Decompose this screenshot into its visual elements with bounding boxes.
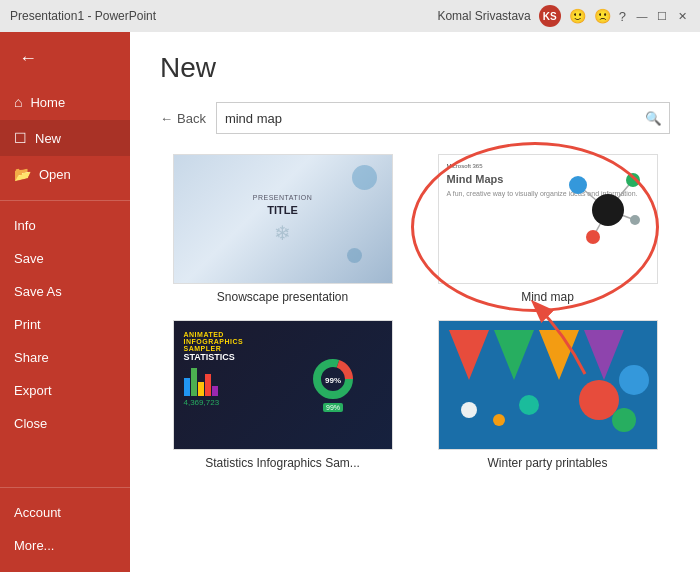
stats-right: 99% 99%	[285, 331, 382, 439]
bar3	[198, 382, 204, 396]
sidebar-item-more[interactable]: More...	[0, 529, 130, 562]
sidebar-divider	[0, 200, 130, 201]
title-bar-right: Komal Srivastava KS 🙂 🙁 ? — ☐ ✕	[437, 5, 690, 27]
search-button[interactable]: 🔍	[637, 103, 669, 133]
svg-point-22	[493, 414, 505, 426]
svg-point-6	[626, 173, 640, 187]
sidebar-item-share[interactable]: Share	[0, 341, 130, 374]
stats-small-title: ANIMATED	[184, 331, 281, 338]
stats-percent-badge: 99%	[323, 403, 343, 412]
search-input[interactable]	[217, 111, 637, 126]
minimize-button[interactable]: —	[634, 8, 650, 24]
template-thumb-snowscape: PRESENTATION TITLE ❄	[173, 154, 393, 284]
search-bar: ← Back 🔍	[160, 102, 670, 134]
maximize-button[interactable]: ☐	[654, 8, 670, 24]
template-thumb-mindmap: Microsoft 365 Mind Maps A fun, creative …	[438, 154, 658, 284]
sidebar-item-export[interactable]: Export	[0, 374, 130, 407]
bar1	[184, 378, 190, 396]
svg-point-8	[586, 230, 600, 244]
stats-main-title: STATISTICS	[184, 352, 281, 362]
search-input-wrap: 🔍	[216, 102, 670, 134]
stats-content: ANIMATED INFOGRAPHICS SAMPLER STATISTICS	[180, 327, 386, 443]
svg-point-5	[569, 176, 587, 194]
templates-grid: PRESENTATION TITLE ❄ Snowscape presentat…	[160, 154, 670, 470]
back-arrow-search-icon: ←	[160, 111, 173, 126]
sidebar-open-label: Open	[39, 167, 71, 182]
new-icon: ☐	[14, 130, 27, 146]
stats-left: ANIMATED INFOGRAPHICS SAMPLER STATISTICS	[184, 331, 281, 439]
template-label-statistics: Statistics Infographics Sam...	[205, 456, 360, 470]
bar5	[212, 386, 218, 396]
sidebar-item-account[interactable]: Account	[0, 496, 130, 529]
emoji-sad-icon[interactable]: 🙁	[594, 8, 611, 24]
snowscape-circle2	[347, 248, 362, 263]
svg-point-23	[519, 395, 539, 415]
mindmap-svg	[563, 165, 653, 255]
template-winter[interactable]: Winter party printables	[425, 320, 670, 470]
template-snowscape[interactable]: PRESENTATION TITLE ❄ Snowscape presentat…	[160, 154, 405, 304]
template-mindmap[interactable]: Microsoft 365 Mind Maps A fun, creative …	[425, 154, 670, 304]
sidebar-new-label: New	[35, 131, 61, 146]
window-controls: — ☐ ✕	[634, 8, 690, 24]
sidebar-home-label: Home	[30, 95, 65, 110]
template-thumb-winter	[438, 320, 658, 450]
snowscape-title-text: TITLE	[253, 204, 312, 216]
open-icon: 📂	[14, 166, 31, 182]
back-arrow-icon: ←	[19, 48, 37, 69]
sidebar-item-save-as[interactable]: Save As	[0, 275, 130, 308]
sidebar-item-save[interactable]: Save	[0, 242, 130, 275]
winter-svg	[439, 320, 657, 450]
sidebar: ← ⌂ Home ☐ New 📂 Open Info Save Save As …	[0, 32, 130, 572]
sidebar-item-home[interactable]: ⌂ Home	[0, 84, 130, 120]
stats-number: 4,369,723	[184, 398, 281, 407]
main-content: New ← Back 🔍 PRESENTATION	[130, 32, 700, 572]
title-bar-app: Presentation1 - PowerPoint	[10, 9, 156, 23]
user-name: Komal Srivastava	[437, 9, 530, 23]
snowscape-small-text: PRESENTATION	[253, 194, 312, 201]
sidebar-item-info[interactable]: Info	[0, 209, 130, 242]
template-label-snowscape: Snowscape presentation	[217, 290, 348, 304]
page-title: New	[160, 52, 670, 84]
snowscape-inner: PRESENTATION TITLE ❄	[243, 184, 322, 255]
svg-point-18	[579, 380, 619, 420]
template-label-mindmap: Mind map	[521, 290, 574, 304]
sidebar-item-open[interactable]: 📂 Open	[0, 156, 130, 192]
templates-area: PRESENTATION TITLE ❄ Snowscape presentat…	[160, 154, 670, 470]
svg-point-7	[630, 215, 640, 225]
title-bar-left: Presentation1 - PowerPoint	[10, 9, 156, 23]
home-icon: ⌂	[14, 94, 22, 110]
back-link-label: Back	[177, 111, 206, 126]
title-bar: Presentation1 - PowerPoint Komal Srivast…	[0, 0, 700, 32]
sidebar-divider-2	[0, 487, 130, 488]
svg-point-19	[619, 365, 649, 395]
svg-text:99%: 99%	[325, 376, 341, 385]
sidebar-item-new[interactable]: ☐ New	[0, 120, 130, 156]
sidebar-back-button[interactable]: ←	[8, 38, 48, 78]
stats-small-title2: INFOGRAPHICS	[184, 338, 281, 345]
app-container: ← ⌂ Home ☐ New 📂 Open Info Save Save As …	[0, 32, 700, 572]
sidebar-item-print[interactable]: Print	[0, 308, 130, 341]
sidebar-item-close[interactable]: Close	[0, 407, 130, 440]
stats-small-title3: SAMPLER	[184, 345, 281, 352]
close-button[interactable]: ✕	[674, 8, 690, 24]
donut-chart: 99%	[313, 359, 353, 399]
stats-bar-chart	[184, 368, 281, 396]
template-thumb-statistics: ANIMATED INFOGRAPHICS SAMPLER STATISTICS	[173, 320, 393, 450]
avatar: KS	[539, 5, 561, 27]
sidebar-bottom: Account More...	[0, 496, 130, 572]
snowscape-circle1	[352, 165, 377, 190]
template-label-winter: Winter party printables	[487, 456, 607, 470]
bar2	[191, 368, 197, 396]
svg-point-21	[461, 402, 477, 418]
svg-point-4	[592, 194, 624, 226]
search-icon: 🔍	[645, 111, 662, 126]
template-statistics[interactable]: ANIMATED INFOGRAPHICS SAMPLER STATISTICS	[160, 320, 405, 470]
help-icon[interactable]: ?	[619, 9, 626, 24]
bar4	[205, 374, 211, 396]
back-link[interactable]: ← Back	[160, 111, 206, 126]
snowscape-decoration: ❄	[253, 221, 312, 245]
svg-point-20	[612, 408, 636, 432]
emoji-happy-icon[interactable]: 🙂	[569, 8, 586, 24]
